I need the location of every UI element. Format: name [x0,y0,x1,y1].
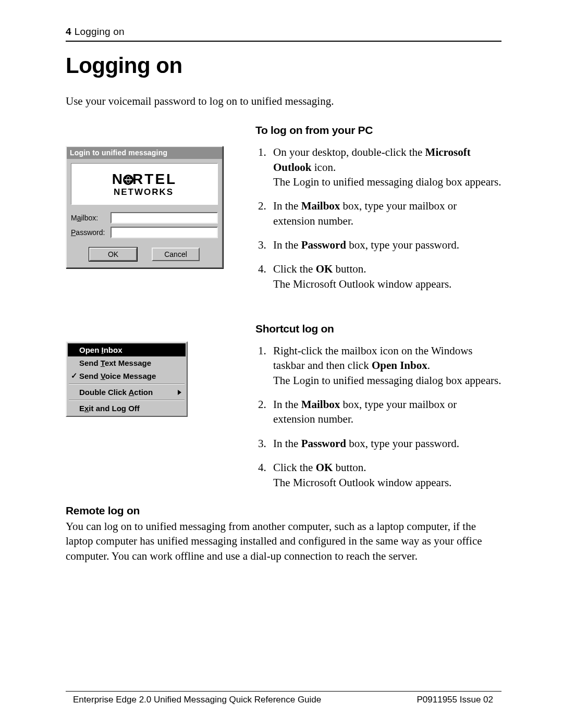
pc-heading: To log on from your PC [255,124,501,137]
pc-step-1: On your desktop, double-click the Micros… [269,145,501,189]
menu-separator [69,400,185,401]
shortcut-step-1: Right-click the mailbox icon on the Wind… [269,343,501,388]
brand-logo: NRTEL NETWORKS [71,163,218,205]
password-input[interactable] [111,227,218,238]
page-footer: Enterprise Edge 2.0 Unified Messaging Qu… [66,691,501,705]
pc-steps: On your desktop, double-click the Micros… [255,145,501,291]
shortcut-step-2: In the Mailbox box, type your mailbox or… [269,397,501,427]
shortcut-step-3: In the Password box, type your password. [269,436,501,451]
running-title: Logging on [75,26,125,38]
shortcut-heading: Shortcut log on [255,323,501,335]
pc-step-4: Click the OK button.The Microsoft Outloo… [269,262,501,291]
remote-body: You can log on to unified messaging from… [66,519,501,563]
page-number: 4 [66,26,71,38]
pc-step-2: In the Mailbox box, type your mailbox or… [269,199,501,228]
password-label: Password: [71,228,111,237]
cancel-button[interactable]: Cancel [152,248,200,261]
running-header: 4 Logging on [66,26,501,38]
header-rule [66,41,501,42]
menu-separator [69,384,185,385]
footer-right: P0911955 Issue 02 [417,695,493,705]
page-title: Logging on [66,53,501,78]
footer-rule [66,691,501,692]
shortcut-steps: Right-click the mailbox icon on the Wind… [255,343,501,490]
menu-send-text[interactable]: Send Text Message [68,356,186,369]
menu-double-click-action[interactable]: Double Click Action [68,386,186,399]
footer-left: Enterprise Edge 2.0 Unified Messaging Qu… [73,695,321,705]
menu-send-voice[interactable]: Send Voice Message [68,369,186,382]
login-dialog: Login to unified messaging NRTEL NETWORK… [66,146,223,268]
shortcut-step-4: Click the OK button.The Microsoft Outloo… [269,460,501,490]
globe-icon [123,175,133,185]
intro-paragraph: Use your voicemail password to log on to… [66,94,501,108]
mailbox-label: Mailbox: [71,214,111,222]
remote-heading: Remote log on [66,504,501,517]
pc-step-3: In the Password box, type your password. [269,238,501,252]
menu-open-inbox[interactable]: Open Inbox [68,343,186,356]
menu-exit-logoff[interactable]: Exit and Log Off [68,402,186,415]
brand-n: N [112,171,124,187]
brand-networks: NETWORKS [112,188,177,196]
ok-button[interactable]: OK [89,248,137,261]
mailbox-input[interactable] [111,212,218,224]
brand-rtel: RTEL [132,171,177,187]
context-menu: Open Inbox Send Text Message Send Voice … [66,341,188,417]
dialog-titlebar: Login to unified messaging [67,147,222,159]
